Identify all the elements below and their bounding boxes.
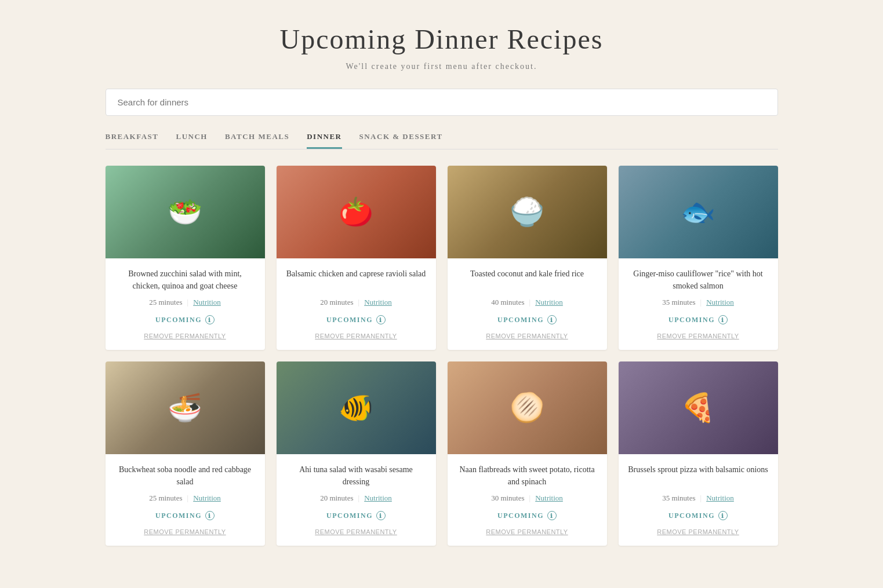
recipe-title: Buckwheat soba noodle and red cabbage sa… (115, 463, 256, 488)
upcoming-badge: UPCOMING ℹ (457, 511, 598, 520)
recipe-meta: 35 minutes | Nutrition (628, 494, 769, 503)
nutrition-link[interactable]: Nutrition (706, 298, 734, 307)
remove-permanently-button[interactable]: REMOVE PERMANENTLY (657, 528, 739, 535)
recipe-title: Browned zucchini salad with mint, chicke… (115, 268, 256, 292)
tab-breakfast[interactable]: BREAKFAST (106, 132, 159, 149)
recipe-card: 🍚 Toasted coconut and kale fried rice 40… (448, 166, 607, 350)
recipe-time: 20 minutes (320, 298, 353, 307)
upcoming-label: UPCOMING (497, 316, 544, 324)
info-icon: ℹ (547, 315, 557, 324)
recipe-content: Buckwheat soba noodle and red cabbage sa… (106, 454, 265, 546)
page-title: Upcoming Dinner Recipes (106, 23, 778, 55)
upcoming-label: UPCOMING (326, 512, 373, 520)
meta-separator: | (187, 298, 189, 307)
meta-separator: | (358, 298, 360, 307)
recipe-time: 30 minutes (491, 494, 524, 503)
nutrition-link[interactable]: Nutrition (535, 494, 563, 503)
recipe-time: 25 minutes (149, 494, 182, 503)
recipe-card: 🐟 Ginger-miso cauliflower "rice" with ho… (619, 166, 778, 350)
recipe-card: 🍕 Brussels sprout pizza with balsamic on… (619, 361, 778, 546)
page-container: Upcoming Dinner Recipes We'll create you… (94, 0, 790, 569)
recipe-content: Brussels sprout pizza with balsamic onio… (619, 454, 778, 546)
recipe-image: 🥗 (106, 166, 265, 258)
info-icon: ℹ (718, 315, 728, 324)
recipe-meta: 25 minutes | Nutrition (115, 298, 256, 307)
info-icon: ℹ (205, 315, 215, 324)
upcoming-label: UPCOMING (497, 512, 544, 520)
upcoming-badge: UPCOMING ℹ (115, 315, 256, 324)
upcoming-label: UPCOMING (668, 512, 715, 520)
info-icon: ℹ (718, 511, 728, 520)
recipe-time: 40 minutes (491, 298, 524, 307)
recipe-meta: 20 minutes | Nutrition (286, 494, 427, 503)
meta-separator: | (358, 494, 360, 503)
remove-permanently-button[interactable]: REMOVE PERMANENTLY (486, 333, 568, 339)
info-icon: ℹ (376, 315, 386, 324)
recipe-time: 35 minutes (662, 494, 695, 503)
recipe-title: Balsamic chicken and caprese ravioli sal… (286, 268, 427, 292)
recipe-image: 🫓 (448, 361, 607, 454)
recipe-meta: 35 minutes | Nutrition (628, 298, 769, 307)
recipe-image: 🍜 (106, 361, 265, 454)
tab-snack-dessert[interactable]: SNACK & DESSERT (359, 132, 443, 149)
recipe-meta: 25 minutes | Nutrition (115, 494, 256, 503)
recipe-title: Ahi tuna salad with wasabi sesame dressi… (286, 463, 427, 488)
upcoming-label: UPCOMING (668, 316, 715, 324)
recipe-time: 25 minutes (149, 298, 182, 307)
recipe-image: 🐠 (277, 361, 436, 454)
tab-batch-meals[interactable]: BATCH MEALS (225, 132, 289, 149)
remove-permanently-button[interactable]: REMOVE PERMANENTLY (144, 528, 226, 535)
page-subtitle: We'll create your first menu after check… (106, 62, 778, 71)
recipe-title: Brussels sprout pizza with balsamic onio… (628, 463, 769, 488)
recipe-card: 🐠 Ahi tuna salad with wasabi sesame dres… (277, 361, 436, 546)
recipe-meta: 30 minutes | Nutrition (457, 494, 598, 503)
recipe-image: 🐟 (619, 166, 778, 258)
upcoming-label: UPCOMING (326, 316, 373, 324)
recipe-card: 🍅 Balsamic chicken and caprese ravioli s… (277, 166, 436, 350)
recipe-content: Toasted coconut and kale fried rice 40 m… (448, 258, 607, 350)
recipe-card: 🍜 Buckwheat soba noodle and red cabbage … (106, 361, 265, 546)
meta-separator: | (529, 298, 531, 307)
nutrition-link[interactable]: Nutrition (364, 298, 392, 307)
recipe-content: Ahi tuna salad with wasabi sesame dressi… (277, 454, 436, 546)
recipe-meta: 40 minutes | Nutrition (457, 298, 598, 307)
info-icon: ℹ (376, 511, 386, 520)
nutrition-link[interactable]: Nutrition (193, 494, 221, 503)
upcoming-badge: UPCOMING ℹ (628, 511, 769, 520)
meta-separator: | (529, 494, 531, 503)
recipe-card: 🫓 Naan flatbreads with sweet potato, ric… (448, 361, 607, 546)
upcoming-label: UPCOMING (155, 512, 202, 520)
recipe-title: Ginger-miso cauliflower "rice" with hot … (628, 268, 769, 292)
remove-permanently-button[interactable]: REMOVE PERMANENTLY (315, 333, 397, 339)
info-icon: ℹ (547, 511, 557, 520)
recipe-image: 🍅 (277, 166, 436, 258)
remove-permanently-button[interactable]: REMOVE PERMANENTLY (144, 333, 226, 339)
recipe-content: Naan flatbreads with sweet potato, ricot… (448, 454, 607, 546)
recipe-content: Balsamic chicken and caprese ravioli sal… (277, 258, 436, 350)
remove-permanently-button[interactable]: REMOVE PERMANENTLY (315, 528, 397, 535)
recipe-image: 🍚 (448, 166, 607, 258)
tabs-container: BREAKFASTLUNCHBATCH MEALSDINNERSNACK & D… (106, 132, 778, 149)
search-input[interactable] (106, 89, 778, 116)
nutrition-link[interactable]: Nutrition (193, 298, 221, 307)
recipe-content: Ginger-miso cauliflower "rice" with hot … (619, 258, 778, 350)
remove-permanently-button[interactable]: REMOVE PERMANENTLY (486, 528, 568, 535)
recipe-time: 35 minutes (662, 298, 695, 307)
recipe-meta: 20 minutes | Nutrition (286, 298, 427, 307)
tab-lunch[interactable]: LUNCH (176, 132, 208, 149)
upcoming-badge: UPCOMING ℹ (286, 511, 427, 520)
upcoming-badge: UPCOMING ℹ (286, 315, 427, 324)
recipe-title: Naan flatbreads with sweet potato, ricot… (457, 463, 598, 488)
nutrition-link[interactable]: Nutrition (535, 298, 563, 307)
upcoming-badge: UPCOMING ℹ (628, 315, 769, 324)
search-container (106, 89, 778, 116)
remove-permanently-button[interactable]: REMOVE PERMANENTLY (657, 333, 739, 339)
recipe-content: Browned zucchini salad with mint, chicke… (106, 258, 265, 350)
recipe-card: 🥗 Browned zucchini salad with mint, chic… (106, 166, 265, 350)
nutrition-link[interactable]: Nutrition (706, 494, 734, 503)
meta-separator: | (700, 494, 702, 503)
recipe-image: 🍕 (619, 361, 778, 454)
nutrition-link[interactable]: Nutrition (364, 494, 392, 503)
upcoming-badge: UPCOMING ℹ (457, 315, 598, 324)
tab-dinner[interactable]: DINNER (307, 132, 341, 149)
